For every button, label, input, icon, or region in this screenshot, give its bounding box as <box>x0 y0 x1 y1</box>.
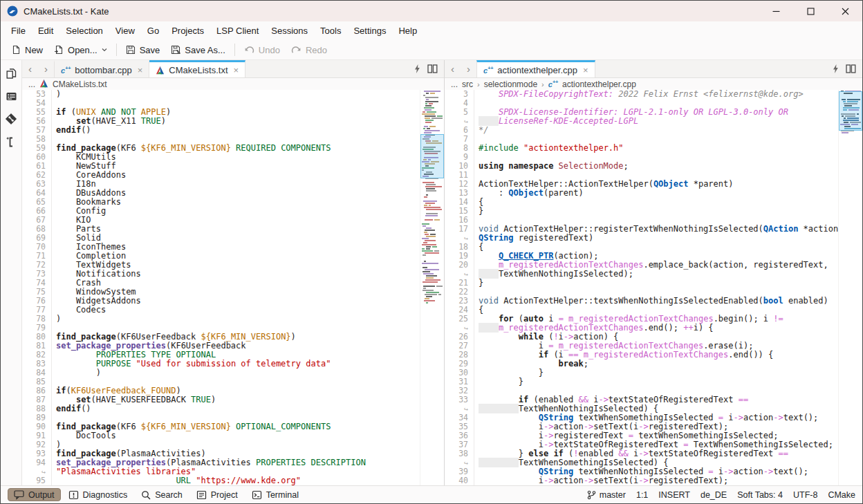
breadcrumb-separator: › <box>541 80 544 88</box>
line-number: 25 <box>445 315 474 324</box>
minimap-line <box>425 103 427 104</box>
tab-cmakelists-txt[interactable]: CMakeLists.txt× <box>149 60 245 77</box>
menubar-item-projects[interactable]: Projects <box>165 23 210 39</box>
line-number: 17 <box>445 225 474 234</box>
statusbar-output-button[interactable]: Output <box>8 488 61 501</box>
menubar-item-view[interactable]: View <box>109 23 141 39</box>
main-area: ‹ › c++bottombar.cpp×CMakeLists.txt× ...… <box>1 60 862 485</box>
sidebar-tool-file-list[interactable] <box>4 89 18 103</box>
breadcrumb-item-actiontexthelper-cpp[interactable]: actiontexthelper.cpp <box>562 80 636 89</box>
minimap-line <box>425 105 432 106</box>
sidebar-tool-git[interactable] <box>4 112 18 126</box>
project-icon <box>196 490 207 500</box>
menubar-item-help[interactable]: Help <box>392 23 423 39</box>
breadcrumb-item-selectionmode[interactable]: selectionmode <box>484 80 537 89</box>
tab-close-icon[interactable]: × <box>582 65 588 75</box>
redo-label: Redo <box>306 45 327 55</box>
split-view-icon[interactable] <box>427 64 438 73</box>
minimap-line <box>426 236 436 237</box>
breadcrumb-item-[interactable]: ... <box>451 80 458 89</box>
statusbar-1-1[interactable]: 1:1 <box>636 490 648 500</box>
menubar-item-go[interactable]: Go <box>141 23 165 39</box>
cmake-icon <box>156 66 165 75</box>
minimap-viewport[interactable] <box>420 134 444 178</box>
minimap-line <box>426 275 437 277</box>
code-line: ↪QString registeredText) <box>445 234 838 243</box>
minimize-button[interactable] <box>759 1 793 21</box>
minimap-scrollbar[interactable] <box>420 90 444 485</box>
statusbar-value: 1:1 <box>636 490 648 500</box>
statusbar-project-button[interactable]: Project <box>190 489 244 501</box>
minimap-line <box>423 95 425 96</box>
minimap-line <box>429 103 433 104</box>
menubar-item-tools[interactable]: Tools <box>314 23 347 39</box>
menubar-item-file[interactable]: File <box>5 23 32 39</box>
editor-pane-right: ‹ › c++actiontexthelper.cpp× ...src›sele… <box>444 60 862 485</box>
statusbar-value: UTF-8 <box>793 490 817 500</box>
breadcrumb: ...CMakeLists.txt <box>22 78 444 90</box>
menubar-item-sessions[interactable]: Sessions <box>265 23 314 39</box>
statusbar-value: master <box>600 490 626 500</box>
save-as-button[interactable]: Save As... <box>165 43 231 57</box>
breadcrumb-item-[interactable]: ... <box>28 80 35 89</box>
undo-icon <box>244 45 254 55</box>
save-button[interactable]: Save <box>120 43 166 57</box>
tab-bottombar-cpp[interactable]: c++bottombar.cpp× <box>54 60 149 77</box>
statusbar-master[interactable]: master <box>587 490 626 500</box>
menubar-item-lsp-client[interactable]: LSP Client <box>210 23 265 39</box>
tab-back-button[interactable]: ‹ <box>445 60 461 77</box>
quick-open-icon[interactable] <box>833 64 839 73</box>
menubar-item-edit[interactable]: Edit <box>32 23 59 39</box>
statusbar-search-button[interactable]: Search <box>135 489 189 501</box>
minimap-line <box>425 120 434 121</box>
minimap-line <box>430 93 435 94</box>
minimap-line <box>425 109 432 111</box>
maximize-button[interactable] <box>793 1 828 21</box>
breadcrumb-item-src[interactable]: src <box>462 80 473 89</box>
code-area[interactable]: 3 SPDX-FileCopyrightText: 2022 Felix Ern… <box>445 90 838 485</box>
minimap-line <box>423 290 434 291</box>
terminal-icon <box>252 490 262 500</box>
kate-window: CMakeLists.txt - Kate FileEditSelectionV… <box>0 0 863 504</box>
menubar-item-settings[interactable]: Settings <box>347 23 392 39</box>
statusbar-cmake[interactable]: CMake <box>828 490 855 500</box>
minimap-line <box>423 200 437 202</box>
minimap-viewport[interactable] <box>839 91 862 131</box>
minimap-line <box>426 99 429 100</box>
statusbar-terminal-button[interactable]: Terminal <box>245 489 305 501</box>
cpp-file-icon: c++ <box>548 80 558 88</box>
tab-back-button[interactable]: ‹ <box>22 60 38 77</box>
tab-forward-button[interactable]: › <box>461 60 476 77</box>
tab-forward-button[interactable]: › <box>38 60 54 77</box>
code-line: 53) <box>22 90 420 99</box>
statusbar-insert[interactable]: INSERT <box>658 490 690 500</box>
minimap-scrollbar[interactable] <box>838 90 862 485</box>
minimap-line <box>426 209 442 210</box>
statusbar-de-de[interactable]: de_DE <box>700 490 727 500</box>
code-line: 23void ActionTextHelper::textsWhenNothin… <box>445 297 838 306</box>
open-icon <box>54 45 64 55</box>
close-button[interactable] <box>828 1 862 21</box>
quick-open-icon[interactable] <box>414 64 420 73</box>
titlebar: CMakeLists.txt - Kate <box>1 1 862 21</box>
statusbar-label: Project <box>211 490 238 500</box>
line-number: 94 <box>22 458 52 467</box>
menubar-item-selection[interactable]: Selection <box>59 23 109 39</box>
statusbar-utf-8[interactable]: UTF-8 <box>793 490 817 500</box>
statusbar-diagnostics-button[interactable]: Diagnostics <box>62 489 134 501</box>
statusbar-soft-tabs-4[interactable]: Soft Tabs: 4 <box>737 490 783 500</box>
new-button[interactable]: New <box>6 43 48 57</box>
open-button[interactable]: Open... <box>48 43 113 57</box>
breadcrumb-item-cmakelists-txt[interactable]: CMakeLists.txt <box>53 80 107 89</box>
minimap-line <box>842 132 848 133</box>
sidebar-tool-documents[interactable] <box>4 66 18 80</box>
tab-actiontexthelper-cpp[interactable]: c++actiontexthelper.cpp× <box>476 60 595 77</box>
tab-close-icon[interactable]: × <box>136 65 143 75</box>
split-view-icon[interactable] <box>846 64 856 73</box>
code-line: 10using namespace SelectionMode; <box>445 162 838 171</box>
code-area[interactable]: 53)5455if (UNIX AND NOT APPLE)56 set(HAV… <box>22 90 420 485</box>
tab-close-icon[interactable]: × <box>232 65 239 75</box>
save-label: Save <box>140 45 160 55</box>
sidebar-tool-lsp-symbols[interactable] <box>4 135 18 149</box>
sidebar-toolbar <box>1 60 22 485</box>
